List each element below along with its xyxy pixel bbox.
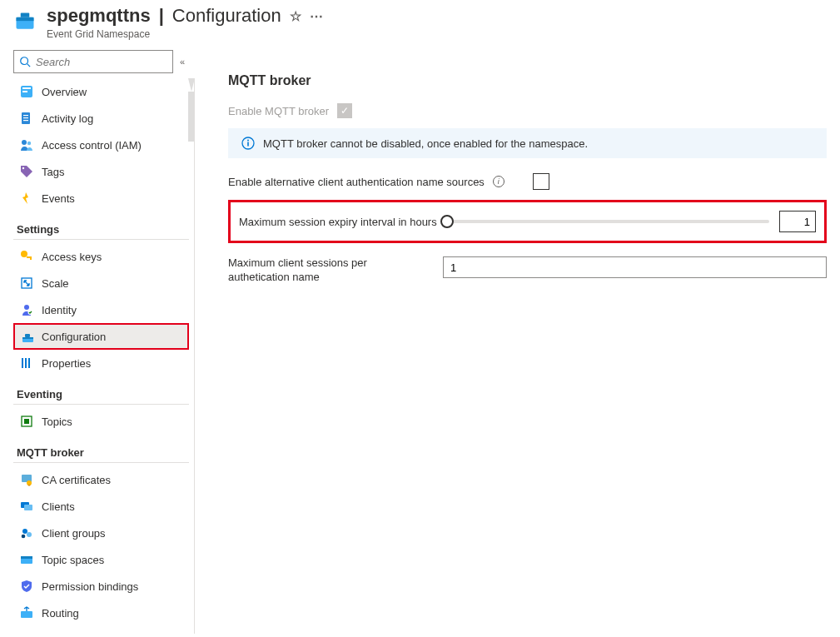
svg-point-12 — [22, 140, 27, 145]
alt-auth-label: Enable alternative client authentication… — [228, 176, 485, 188]
svg-point-19 — [24, 305, 29, 310]
session-expiry-slider-thumb[interactable] — [440, 215, 454, 228]
sidebar-item-label: Properties — [42, 357, 91, 370]
max-sessions-label: Maximum client sessions per autheticatio… — [228, 256, 428, 285]
info-text: MQTT broker cannot be disabled, once ena… — [263, 137, 588, 150]
svg-rect-10 — [23, 117, 28, 118]
iam-icon — [20, 138, 33, 152]
svg-rect-38 — [21, 611, 32, 618]
svg-point-15 — [21, 251, 27, 257]
svg-rect-26 — [28, 358, 30, 368]
sidebar-item-label: Permission bindings — [42, 580, 138, 593]
sidebar-item-iam[interactable]: Access control (IAM) — [13, 132, 189, 158]
session-expiry-slider[interactable] — [447, 220, 769, 223]
info-icon — [241, 137, 255, 150]
sidebar-group-title: Settings — [13, 212, 189, 240]
max-sessions-input[interactable] — [443, 256, 827, 278]
sidebar-nav: OverviewActivity logAccess control (IAM)… — [13, 78, 195, 634]
sidebar-item-permbind[interactable]: Permission bindings — [13, 573, 189, 600]
sidebar-item-accesskeys[interactable]: Access keys — [13, 243, 189, 270]
sidebar-item-events[interactable]: Events — [13, 185, 189, 212]
sidebar-item-label: Access control (IAM) — [42, 139, 142, 152]
sidebar-item-topicspaces[interactable]: Topic spaces — [13, 546, 189, 573]
sidebar-item-scale[interactable]: Scale — [13, 270, 189, 296]
tags-icon — [20, 165, 33, 178]
blade-name: Configuration — [172, 5, 281, 27]
svg-rect-41 — [247, 142, 249, 147]
enable-mqtt-row: Enable MQTT broker ✓ — [228, 103, 827, 118]
config-icon — [20, 330, 33, 343]
sidebar-item-tags[interactable]: Tags — [13, 158, 189, 185]
sidebar-item-label: Routing — [42, 607, 79, 620]
routing-icon — [20, 606, 33, 620]
sidebar-item-configuration[interactable]: Configuration — [13, 323, 189, 350]
identity-icon — [20, 303, 33, 316]
enable-mqtt-checkbox-disabled: ✓ — [337, 103, 352, 118]
cert-icon — [20, 473, 33, 486]
properties-icon — [20, 356, 33, 370]
svg-point-35 — [22, 535, 26, 539]
search-icon — [19, 56, 31, 67]
max-sessions-row: Maximum client sessions per autheticatio… — [228, 256, 827, 285]
sidebar-item-label: Identity — [42, 304, 77, 316]
svg-rect-24 — [22, 358, 23, 368]
sidebar-search[interactable] — [13, 50, 173, 73]
svg-rect-9 — [23, 115, 28, 116]
svg-point-3 — [21, 57, 28, 65]
svg-rect-1 — [17, 17, 34, 21]
more-ellipsis-icon[interactable]: ⋯ — [310, 8, 323, 24]
svg-rect-6 — [22, 87, 31, 89]
svg-rect-2 — [21, 13, 30, 17]
sidebar-item-clientgroups[interactable]: Client groups — [13, 520, 189, 546]
favorite-star-icon[interactable]: ☆ — [290, 8, 301, 24]
svg-line-4 — [27, 64, 31, 67]
svg-point-13 — [27, 142, 31, 145]
sidebar-group-title: MQTT broker — [13, 435, 189, 463]
collapse-sidebar-icon[interactable]: « — [180, 57, 185, 67]
sidebar-group-title: Eventing — [13, 376, 189, 405]
section-title: MQTT broker — [228, 73, 827, 88]
svg-point-34 — [27, 532, 32, 537]
sidebar: « OverviewActivity logAccess control (IA… — [0, 47, 195, 634]
sidebar-item-label: CA certificates — [42, 474, 111, 486]
sidebar-item-label: Clients — [42, 500, 75, 513]
topicspaces-icon — [20, 553, 33, 566]
svg-rect-7 — [22, 91, 27, 92]
resource-type-subtitle: Event Grid Namespace — [47, 28, 323, 40]
svg-rect-37 — [21, 556, 32, 559]
sidebar-item-cacerts[interactable]: CA certificates — [13, 466, 189, 493]
sidebar-item-identity[interactable]: Identity — [13, 296, 189, 323]
sidebar-item-clients[interactable]: Clients — [13, 493, 189, 520]
scale-icon — [20, 276, 33, 290]
topics-icon — [20, 415, 33, 428]
sidebar-item-label: Overview — [42, 86, 87, 98]
search-input[interactable] — [36, 56, 167, 68]
info-bar: MQTT broker cannot be disabled, once ena… — [228, 128, 827, 158]
alt-auth-checkbox[interactable] — [533, 173, 549, 190]
resource-icon — [13, 10, 37, 33]
sidebar-item-label: Events — [42, 192, 75, 205]
svg-rect-32 — [24, 505, 32, 510]
key-icon — [20, 250, 33, 263]
sidebar-item-label: Topics — [42, 416, 72, 428]
resource-name: spegmqttns — [47, 5, 151, 27]
svg-point-40 — [247, 140, 249, 142]
clients-icon — [20, 500, 33, 513]
sidebar-item-overview[interactable]: Overview — [13, 78, 189, 105]
svg-rect-11 — [23, 120, 28, 121]
session-expiry-value[interactable] — [779, 211, 816, 232]
sidebar-item-routing[interactable]: Routing — [13, 600, 189, 626]
svg-rect-22 — [22, 337, 33, 339]
svg-point-33 — [22, 529, 27, 534]
sidebar-item-label: Configuration — [42, 331, 106, 343]
info-tooltip-icon[interactable]: i — [493, 176, 504, 187]
sidebar-item-activity[interactable]: Activity log — [13, 105, 189, 132]
clientgroups-icon — [20, 526, 33, 540]
session-expiry-label: Maximum session expiry interval in hours — [239, 216, 437, 228]
page-header: spegmqttns | Configuration ☆ ⋯ Event Gri… — [0, 0, 840, 47]
shield-icon — [20, 580, 33, 593]
sidebar-item-topics[interactable]: Topics — [13, 408, 189, 435]
sidebar-item-properties[interactable]: Properties — [13, 350, 189, 376]
sidebar-item-label: Access keys — [42, 251, 102, 263]
events-icon — [20, 192, 33, 205]
